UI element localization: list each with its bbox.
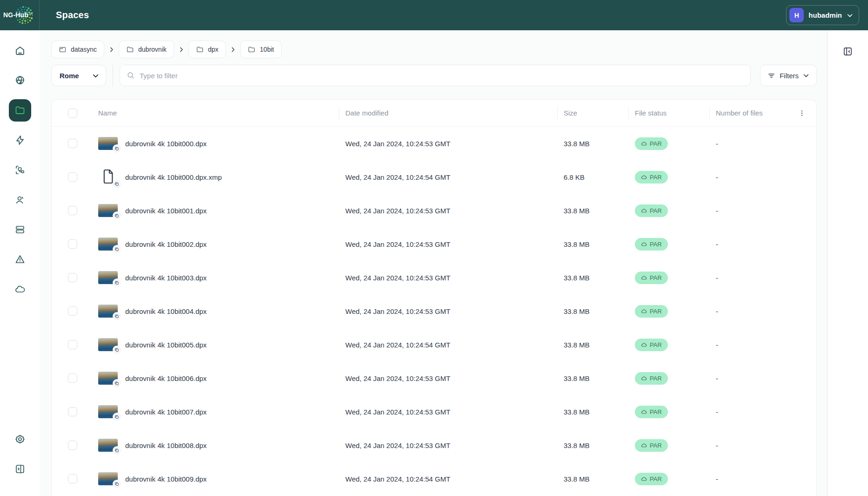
breadcrumb-item-datasync[interactable]: datasync — [51, 41, 104, 58]
sidebar-item-storage[interactable] — [9, 218, 31, 241]
file-name[interactable]: dubrovnik 4k 10bit005.dpx — [125, 341, 207, 349]
file-name[interactable]: dubrovnik 4k 10bit009.dpx — [125, 475, 207, 483]
file-size: 33.8 MB — [557, 274, 628, 282]
column-header-file-status[interactable]: File status — [635, 109, 666, 117]
file-name[interactable]: dubrovnik 4k 10bit002.dpx — [125, 240, 207, 248]
sidebar-item-files[interactable] — [9, 99, 31, 122]
avatar: H — [789, 8, 804, 22]
panel-collapse-icon — [842, 46, 853, 57]
app-name: NG-HubTM — [3, 11, 33, 18]
versions-badge-icon — [113, 346, 121, 354]
column-header-date-modified[interactable]: Date modified — [345, 109, 389, 117]
table-row[interactable]: dubrovnik 4k 10bit004.dpx Wed, 24 Jan 20… — [52, 294, 816, 328]
file-name[interactable]: dubrovnik 4k 10bit007.dpx — [125, 408, 207, 416]
file-name[interactable]: dubrovnik 4k 10bit000.dpx.xmp — [125, 173, 222, 181]
column-options-kebab[interactable] — [787, 109, 816, 117]
file-size: 33.8 MB — [557, 442, 628, 449]
server-icon — [14, 224, 26, 235]
search-input[interactable] — [140, 72, 744, 80]
file-thumbnail — [98, 238, 118, 251]
file-date-modified: Wed, 24 Jan 2024, 10:24:53 GMT — [339, 274, 557, 282]
file-thumbnail — [98, 271, 118, 284]
sidebar-item-settings[interactable] — [9, 428, 31, 450]
row-checkbox[interactable] — [68, 306, 77, 316]
file-date-modified: Wed, 24 Jan 2024, 10:24:54 GMT — [339, 173, 557, 181]
app-logo[interactable]: NG-HubTM — [0, 0, 40, 30]
table-row[interactable]: dubrovnik 4k 10bit009.dpx Wed, 24 Jan 20… — [52, 462, 816, 496]
file-name[interactable]: dubrovnik 4k 10bit003.dpx — [125, 274, 207, 282]
table-header-row: Name Date modified Size File status Numb… — [52, 100, 816, 127]
file-size: 33.8 MB — [557, 307, 628, 315]
status-label: PAR — [650, 241, 662, 248]
top-bar: NG-HubTM Spaces H hubadmin — [0, 0, 868, 30]
row-checkbox[interactable] — [68, 273, 77, 282]
details-panel-toggle[interactable] — [842, 46, 853, 57]
sidebar-item-discover[interactable] — [9, 69, 31, 92]
row-checkbox[interactable] — [68, 340, 77, 349]
file-name[interactable]: dubrovnik 4k 10bit000.dpx — [125, 140, 207, 148]
row-checkbox[interactable] — [68, 441, 77, 450]
table-row[interactable]: dubrovnik 4k 10bit006.dpx Wed, 24 Jan 20… — [52, 361, 816, 395]
folder-icon — [14, 105, 26, 116]
user-menu[interactable]: H hubadmin — [786, 5, 859, 25]
status-badge: PAR — [635, 305, 668, 318]
file-size: 33.8 MB — [557, 475, 628, 483]
column-header-size[interactable]: Size — [564, 109, 577, 117]
sidebar-item-activity[interactable] — [9, 129, 31, 151]
column-header-name[interactable]: Name — [98, 109, 117, 117]
sidebar-item-home[interactable] — [9, 40, 31, 62]
file-size: 33.8 MB — [557, 140, 628, 148]
versions-badge-icon — [113, 312, 121, 320]
row-checkbox[interactable] — [68, 206, 77, 215]
file-date-modified: Wed, 24 Jan 2024, 10:24:53 GMT — [339, 442, 557, 449]
breadcrumb-item-dpx[interactable]: dpx — [188, 41, 226, 58]
row-checkbox[interactable] — [68, 172, 77, 182]
file-name[interactable]: dubrovnik 4k 10bit008.dpx — [125, 442, 207, 449]
file-thumbnail — [98, 372, 118, 385]
file-date-modified: Wed, 24 Jan 2024, 10:24:53 GMT — [339, 207, 557, 215]
sidebar-item-alerts[interactable] — [9, 248, 31, 271]
breadcrumb-item-dubrovnik[interactable]: dubrovnik — [119, 41, 174, 58]
table-row[interactable]: dubrovnik 4k 10bit001.dpx Wed, 24 Jan 20… — [52, 194, 816, 227]
row-checkbox[interactable] — [68, 139, 77, 148]
table-row[interactable]: dubrovnik 4k 10bit002.dpx Wed, 24 Jan 20… — [52, 227, 816, 261]
row-checkbox[interactable] — [68, 239, 77, 249]
file-name[interactable]: dubrovnik 4k 10bit001.dpx — [125, 207, 207, 215]
file-thumbnail — [98, 405, 118, 418]
breadcrumb-label: dubrovnik — [138, 46, 167, 53]
breadcrumb-label: dpx — [208, 46, 219, 53]
sidebar-collapse-toggle[interactable] — [9, 458, 31, 480]
row-checkbox[interactable] — [68, 374, 77, 383]
sidebar-item-cloud[interactable] — [9, 278, 31, 300]
table-row[interactable]: dubrovnik 4k 10bit008.dpx Wed, 24 Jan 20… — [52, 428, 816, 462]
file-count: - — [709, 408, 787, 416]
warning-icon — [14, 254, 26, 265]
table-row[interactable]: dubrovnik 4k 10bit003.dpx Wed, 24 Jan 20… — [52, 261, 816, 294]
space-icon — [59, 46, 67, 54]
cloud-icon — [641, 442, 647, 448]
status-label: PAR — [650, 274, 662, 281]
chevron-down-icon — [803, 72, 809, 79]
table-row[interactable]: dubrovnik 4k 10bit000.dpx.xmp Wed, 24 Ja… — [52, 160, 816, 194]
table-row[interactable]: dubrovnik 4k 10bit000.dpx Wed, 24 Jan 20… — [52, 127, 816, 160]
sidebar-item-workflows[interactable] — [9, 159, 31, 181]
table-row[interactable]: dubrovnik 4k 10bit005.dpx Wed, 24 Jan 20… — [52, 328, 816, 361]
status-badge: PAR — [635, 272, 668, 284]
table-row[interactable]: dubrovnik 4k 10bit007.dpx Wed, 24 Jan 20… — [52, 395, 816, 428]
file-name[interactable]: dubrovnik 4k 10bit004.dpx — [125, 307, 207, 315]
breadcrumb-item-10bit[interactable]: 10bit — [240, 41, 281, 58]
versions-badge-icon — [113, 144, 121, 153]
file-size: 6.8 KB — [557, 173, 628, 181]
panel-expand-icon — [14, 463, 26, 475]
row-checkbox[interactable] — [68, 407, 77, 416]
column-header-number-of-files[interactable]: Number of files — [716, 109, 763, 117]
row-checkbox[interactable] — [68, 474, 77, 483]
file-count: - — [709, 207, 787, 215]
select-all-checkbox[interactable] — [68, 109, 77, 118]
sidebar-item-users[interactable] — [9, 189, 31, 211]
filters-button[interactable]: Filters — [760, 65, 817, 86]
site-select[interactable]: Rome — [51, 65, 106, 86]
status-label: PAR — [650, 341, 662, 348]
status-badge: PAR — [635, 204, 668, 217]
file-name[interactable]: dubrovnik 4k 10bit006.dpx — [125, 374, 207, 382]
